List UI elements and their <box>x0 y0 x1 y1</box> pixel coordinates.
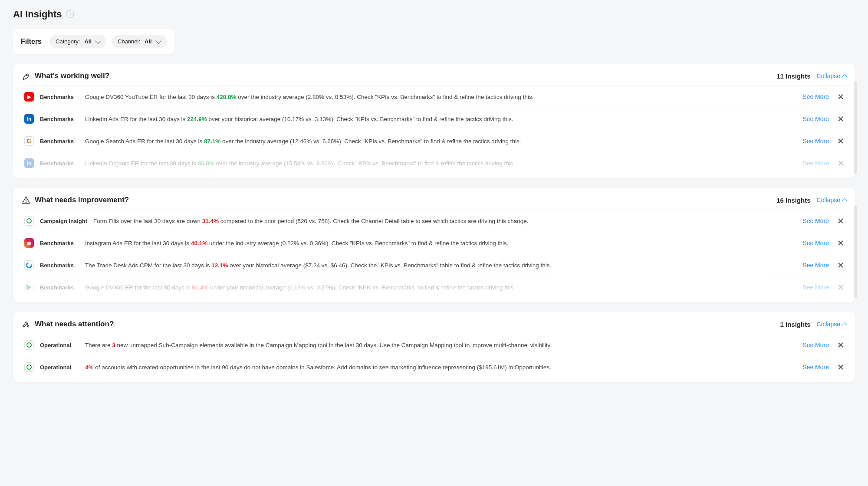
collapse-button[interactable]: Collapse <box>817 72 846 79</box>
svg-point-3 <box>27 325 29 327</box>
channel-filter-value: All <box>145 38 152 45</box>
youtube-icon: ▶ <box>24 92 34 102</box>
insight-text: 4% of accounts with created opportunitie… <box>85 364 796 371</box>
insight-row: Campaign Insight Form Fills over the las… <box>22 210 846 232</box>
insight-tag: Operational <box>40 364 79 371</box>
section-attention: What needs attention? 1 Insights Collaps… <box>13 312 855 382</box>
close-icon[interactable] <box>838 218 844 224</box>
filters-label: Filters <box>21 38 42 46</box>
insight-tag: Benchmarks <box>40 160 79 167</box>
close-icon[interactable] <box>838 342 844 348</box>
campaign-icon <box>24 216 34 226</box>
insight-count: 1 Insights <box>780 321 811 328</box>
section-title: What needs attention? <box>35 320 776 328</box>
insight-tag: Benchmarks <box>40 94 79 100</box>
insight-metric: 40.1% <box>191 240 207 246</box>
chevron-down-icon <box>155 37 161 43</box>
chevron-down-icon <box>95 37 101 43</box>
tradedesk-icon <box>24 260 34 270</box>
insight-tag: Operational <box>40 342 79 348</box>
insight-metric: 86.9% <box>198 160 214 167</box>
insight-metric: 12.1% <box>211 262 228 269</box>
see-more-link[interactable]: See More <box>802 115 829 122</box>
google-icon: G <box>24 136 34 146</box>
close-icon[interactable] <box>838 240 844 246</box>
close-icon[interactable] <box>838 138 844 144</box>
close-icon[interactable] <box>838 284 844 290</box>
insight-row: ◉ Benchmarks Instagram Ads ER for the la… <box>22 232 846 254</box>
insight-metric: 31.4% <box>202 218 219 224</box>
see-more-link[interactable]: See More <box>802 364 829 371</box>
close-icon[interactable] <box>838 262 844 268</box>
collapse-button[interactable]: Collapse <box>817 197 846 204</box>
category-filter-label: Category: <box>56 38 80 45</box>
insight-row: Benchmarks The Trade Desk Ads CPM for th… <box>22 254 846 276</box>
insight-row: G Benchmarks Google Search Ads ER for th… <box>22 130 846 152</box>
close-icon[interactable] <box>838 94 844 100</box>
see-more-link[interactable]: See More <box>802 160 829 167</box>
insight-text: LinkedIn Organic ER for the last 30 days… <box>85 160 796 167</box>
dv360-icon <box>24 282 34 292</box>
page-title: AI Insights <box>13 9 62 20</box>
insight-text: Google DV360 ER for the last 30 days is … <box>85 284 796 291</box>
warning-icon <box>22 196 30 204</box>
info-icon[interactable]: i <box>66 10 74 18</box>
rocket-icon <box>22 72 30 80</box>
section-header: What's working well? 11 Insights Collaps… <box>22 72 846 80</box>
insight-tag: Benchmarks <box>40 262 79 269</box>
channel-filter[interactable]: Channel: All <box>112 35 167 48</box>
section-header: What needs improvement? 16 Insights Coll… <box>22 196 846 204</box>
insight-count: 11 Insights <box>776 72 810 80</box>
insight-tag: Benchmarks <box>40 116 79 122</box>
scrollbar[interactable] <box>854 205 857 298</box>
see-more-link[interactable]: See More <box>802 262 829 269</box>
see-more-link[interactable]: See More <box>802 138 829 144</box>
see-more-link[interactable]: See More <box>802 342 829 348</box>
category-filter[interactable]: Category: All <box>49 35 106 48</box>
collapse-button[interactable]: Collapse <box>817 321 846 328</box>
insight-text: The Trade Desk Ads CPM for the last 30 d… <box>85 262 796 269</box>
campaign-icon <box>24 340 34 350</box>
insight-row: Operational 4% of accounts with created … <box>22 356 846 378</box>
insight-metric: 224.9% <box>187 116 207 122</box>
scrollbar[interactable] <box>854 81 857 174</box>
insight-text: There are 3 new unmapped Sub-Campaign el… <box>85 342 796 348</box>
insight-row: Benchmarks Google DV360 ER for the last … <box>22 276 846 298</box>
section-working: What's working well? 11 Insights Collaps… <box>13 64 855 178</box>
insight-text: Google Search Ads ER for the last 30 day… <box>85 138 796 144</box>
campaign-icon <box>24 362 34 372</box>
svg-point-2 <box>26 202 26 202</box>
category-filter-value: All <box>84 38 92 45</box>
see-more-link[interactable]: See More <box>802 93 829 100</box>
wrench-icon <box>22 320 30 328</box>
linkedin-icon: in <box>24 114 34 124</box>
insight-metric: 51.4% <box>192 284 208 291</box>
page-header: AI Insights i <box>13 9 855 20</box>
see-more-link[interactable]: See More <box>802 284 829 291</box>
insight-text: Instagram Ads ER for the last 30 days is… <box>85 240 796 246</box>
insight-tag: Campaign Insight <box>40 218 87 224</box>
insight-row: in Benchmarks LinkedIn Organic ER for th… <box>22 152 846 174</box>
insight-text: Google DV360 YouTube ER for the last 30 … <box>85 94 796 100</box>
section-title: What needs improvement? <box>35 196 772 204</box>
close-icon[interactable] <box>838 364 844 370</box>
insight-text: LinkedIn Ads ER for the last 30 days is … <box>85 116 796 122</box>
insight-tag: Benchmarks <box>40 138 79 144</box>
close-icon[interactable] <box>838 160 844 166</box>
channel-filter-label: Channel: <box>118 38 140 45</box>
see-more-link[interactable]: See More <box>802 217 829 224</box>
insight-metric: 4% <box>85 364 94 371</box>
linkedin-icon: in <box>24 158 34 168</box>
insight-row: ▶ Benchmarks Google DV360 YouTube ER for… <box>22 85 846 108</box>
section-improvement: What needs improvement? 16 Insights Coll… <box>13 188 855 302</box>
insight-row: in Benchmarks LinkedIn Ads ER for the la… <box>22 108 846 130</box>
close-icon[interactable] <box>838 116 844 122</box>
insight-text: Form Fills over the last 30 days are dow… <box>93 218 796 224</box>
svg-point-0 <box>26 75 27 76</box>
see-more-link[interactable]: See More <box>802 240 829 246</box>
arrow-up-icon <box>842 74 847 79</box>
insight-tag: Benchmarks <box>40 284 79 291</box>
arrow-up-icon <box>842 322 847 327</box>
section-header: What needs attention? 1 Insights Collaps… <box>22 320 846 328</box>
filter-bar: Filters Category: All Channel: All <box>13 29 174 54</box>
